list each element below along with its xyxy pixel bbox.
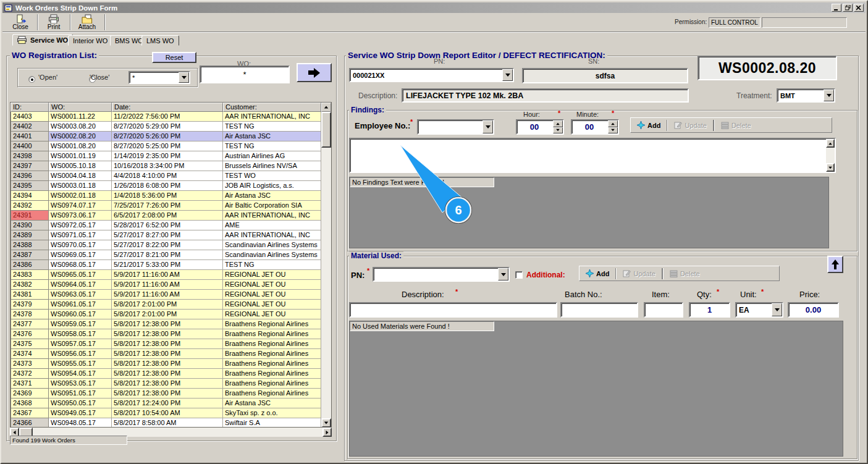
table-row[interactable]: 24391WS0973.06.176/5/2017 2:08:00 PMAAR …	[11, 211, 321, 221]
table-row[interactable]: 24395WS0003.01.181/26/2018 6:08:00 PMJOB…	[11, 181, 321, 191]
table-row[interactable]: 24369WS0951.05.175/8/2017 12:38:00 PMBra…	[11, 389, 321, 399]
table-row[interactable]: 24367WS0949.05.175/8/2017 10:54:00 AMSky…	[11, 408, 321, 418]
table-row[interactable]: 24398WS0001.01.191/14/2019 2:35:00 PMAus…	[11, 151, 321, 161]
table-row[interactable]: 24392WS0974.07.177/25/2017 7:26:00 PMAir…	[11, 201, 321, 211]
item-input[interactable]	[644, 302, 683, 318]
findings-scroll-up-button[interactable]	[826, 139, 835, 148]
table-row[interactable]: 24373WS0955.05.175/8/2017 12:38:00 PMBra…	[11, 359, 321, 369]
price-value: 0.00	[806, 305, 821, 314]
table-row[interactable]: 24390WS0972.05.175/28/2017 6:52:00 PMAME	[11, 221, 321, 230]
employee-dropdown-button[interactable]	[482, 120, 493, 133]
table-row[interactable]: 24382WS0964.05.175/9/2017 11:16:00 AMREG…	[11, 280, 321, 290]
table-row[interactable]: 24400WS0001.08.208/27/2020 5:25:00 PMTES…	[11, 141, 321, 151]
findings-delete-button[interactable]: Delete	[717, 119, 756, 131]
table-row[interactable]: 24403WS0001.11.2211/2/2022 7:56:00 PMAAR…	[11, 112, 321, 122]
table-row[interactable]: 24389WS0971.05.175/27/2017 8:27:00 PMAAR…	[11, 230, 321, 240]
findings-scrollbar[interactable]	[826, 139, 835, 172]
restore-button[interactable]	[843, 4, 853, 12]
table-row[interactable]: 24402WS0003.08.208/27/2020 5:29:00 PMTES…	[11, 122, 321, 132]
cell-wo: WS0953.05.17	[49, 379, 112, 389]
cell-cust: REGIONAL JET OU	[223, 280, 321, 290]
table-row[interactable]: 24374WS0956.05.175/8/2017 12:38:00 PMBra…	[11, 349, 321, 359]
material-add-button[interactable]: Add	[581, 268, 613, 279]
column-header-customer[interactable]: Customer:	[223, 103, 321, 112]
price-input[interactable]: 0.00	[788, 302, 839, 318]
table-row[interactable]: 24377WS0959.05.175/8/2017 12:38:00 PMBra…	[11, 319, 321, 329]
table-row[interactable]: 24387WS0969.05.175/27/2017 8:21:00 PMSca…	[11, 250, 321, 260]
cell-cust: AAR INTERNATIONAL, INC	[223, 112, 321, 122]
tab-service-wo[interactable]: Service WO	[12, 34, 73, 46]
table-row[interactable]: 24371WS0953.05.175/8/2017 12:38:00 PMBra…	[11, 379, 321, 389]
attach-button[interactable]: Attach	[72, 14, 102, 31]
table-row[interactable]: 24366WS0948.05.175/8/2017 8:58:00 AMSwif…	[11, 418, 321, 428]
batch-no-input[interactable]	[560, 302, 638, 318]
column-header-wo[interactable]: WO:	[49, 103, 112, 112]
material-list-panel	[349, 321, 843, 457]
print-button[interactable]: Print	[40, 14, 68, 31]
column-header-id[interactable]: ID:	[11, 103, 49, 112]
radio-open[interactable]	[28, 76, 35, 83]
reset-button[interactable]: Reset	[152, 52, 196, 63]
table-row[interactable]: 24375WS0957.05.175/8/2017 12:38:00 PMBra…	[11, 339, 321, 349]
minute-spinner[interactable]: 00	[571, 119, 619, 135]
scrollbar-up-button[interactable]	[321, 103, 331, 112]
treatment-dropdown-button[interactable]	[824, 90, 834, 101]
table-row[interactable]: 24388WS0970.05.175/27/2017 8:22:00 PMSca…	[11, 240, 321, 250]
hour-spinner[interactable]: 00	[516, 119, 564, 135]
collapse-up-button[interactable]	[827, 256, 843, 273]
findings-add-button[interactable]: Add	[633, 119, 665, 131]
material-pn-combobox[interactable]	[373, 267, 510, 282]
cell-id: 24375	[11, 339, 49, 349]
pn-value: 000021XX	[353, 72, 384, 79]
filter-dropdown-button[interactable]	[179, 72, 189, 83]
table-row[interactable]: 24379WS0961.05.175/8/2017 2:01:00 PMREGI…	[11, 300, 321, 310]
treatment-combobox[interactable]: BMT	[777, 88, 835, 103]
unit-combobox[interactable]: EA	[735, 302, 783, 318]
scrollbar-right-button[interactable]	[322, 428, 332, 437]
cell-date: 4/4/2018 4:10:00 PM	[112, 171, 223, 181]
qty-input[interactable]: 1	[689, 302, 730, 318]
cell-cust: Air Astana JSC	[223, 191, 321, 201]
filter-combobox[interactable]: *	[129, 71, 190, 84]
vertical-scrollbar[interactable]	[321, 112, 331, 428]
table-row[interactable]: 24386WS0968.05.175/21/2017 5:33:00 PMTES…	[11, 260, 321, 270]
minute-down-button[interactable]	[608, 127, 618, 134]
findings-textarea[interactable]	[349, 138, 836, 173]
employee-combobox[interactable]	[417, 119, 494, 135]
table-row[interactable]: 24397WS0005.10.1810/16/2018 3:34:00 PMBr…	[11, 161, 321, 171]
close-window-button[interactable]	[854, 4, 864, 12]
close-button[interactable]: Close	[6, 14, 35, 31]
findings-update-button[interactable]: Update	[670, 119, 710, 131]
table-row[interactable]: 24368WS0950.05.175/8/2017 12:24:00 PMAir…	[11, 399, 321, 408]
tab-lms-wo[interactable]: LMS WO	[141, 35, 179, 46]
findings-scroll-down-button[interactable]	[826, 163, 835, 172]
table-row[interactable]: 24372WS0954.05.175/8/2017 12:38:00 PMBra…	[11, 369, 321, 379]
wo-search-input[interactable]: *	[200, 65, 290, 83]
hour-up-button[interactable]	[553, 120, 563, 127]
unit-dropdown-button[interactable]	[772, 303, 782, 316]
table-row[interactable]: 24396WS0004.04.184/4/2018 4:10:00 PMTEST…	[11, 171, 321, 181]
table-row[interactable]: 24381WS0963.05.175/9/2017 11:16:00 AMREG…	[11, 290, 321, 300]
table-row[interactable]: 24378WS0960.05.175/8/2017 2:01:00 PMREGI…	[11, 310, 321, 319]
material-pn-dropdown-button[interactable]	[498, 268, 508, 281]
scrollbar-thumb[interactable]	[321, 112, 331, 148]
table-row[interactable]: 24394WS0002.01.181/4/2018 5:36:00 PMAir …	[11, 191, 321, 201]
column-header-date[interactable]: Date:	[112, 103, 223, 112]
tab-interior-wo[interactable]: Interior WO	[68, 35, 112, 46]
table-row[interactable]: 24383WS0965.05.175/9/2017 11:16:00 AMREG…	[11, 270, 321, 280]
cell-wo: WS0003.08.20	[49, 122, 112, 132]
cell-id: 24395	[11, 181, 49, 191]
minimize-button[interactable]	[832, 4, 841, 12]
search-go-button[interactable]	[297, 63, 332, 82]
additional-checkbox[interactable]	[515, 271, 523, 279]
hour-down-button[interactable]	[553, 127, 563, 134]
pn-dropdown-button[interactable]	[502, 69, 513, 81]
material-description-input[interactable]	[349, 302, 557, 318]
minute-up-button[interactable]	[608, 120, 618, 127]
table-row[interactable]: 24376WS0958.05.175/8/2017 12:38:00 PMBra…	[11, 329, 321, 339]
material-update-button[interactable]: Update	[618, 268, 659, 279]
scrollbar-down-button[interactable]	[321, 418, 331, 428]
pn-combobox[interactable]: 000021XX	[349, 68, 514, 82]
table-row[interactable]: 24401WS0002.08.208/27/2020 5:26:00 PMAir…	[11, 132, 321, 141]
material-delete-button[interactable]: Delete	[665, 268, 704, 279]
